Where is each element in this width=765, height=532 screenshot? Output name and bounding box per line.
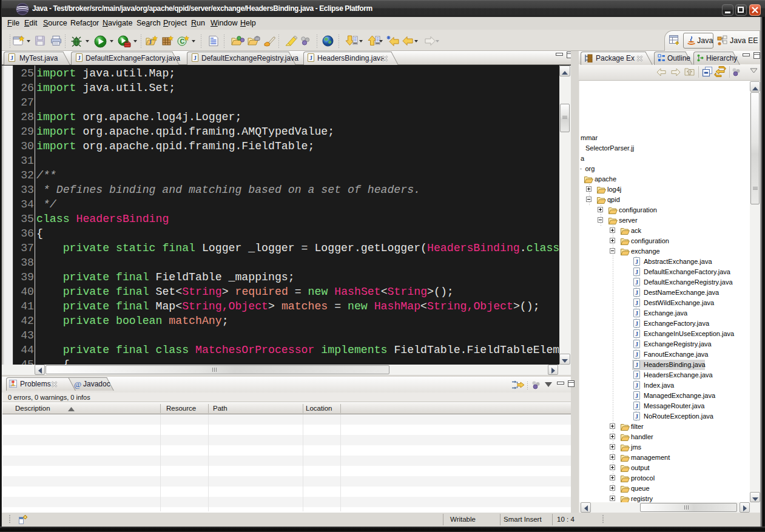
svg-text:J: J: [149, 39, 152, 45]
svg-text:C: C: [180, 38, 185, 45]
